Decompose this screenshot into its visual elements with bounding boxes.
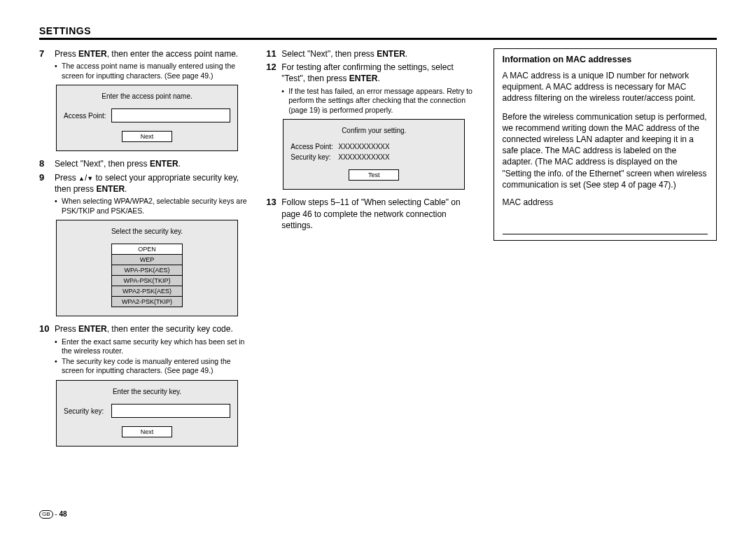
text: Select "Next", then press: [55, 159, 150, 169]
text: .: [125, 184, 127, 194]
step-number: 10: [39, 323, 55, 335]
screen-security-key-select: Select the security key. OPEN WEP WPA-PS…: [56, 220, 238, 316]
page-footer: GB - 48: [39, 510, 67, 519]
note-item: Enter the exact same security key which …: [55, 337, 252, 356]
option-wep[interactable]: WEP: [111, 254, 183, 265]
screen-title: Select the security key.: [64, 227, 230, 235]
step-number: 12: [266, 62, 281, 84]
step-10-notes: Enter the exact same security key which …: [55, 337, 252, 377]
step-13: 13 Follow steps 5–11 of "When selecting …: [266, 197, 479, 231]
text: .: [405, 49, 407, 59]
enter-keyword: ENTER: [96, 184, 125, 194]
text: .: [378, 73, 380, 83]
up-arrow-icon: [78, 173, 85, 183]
text: .: [178, 159, 181, 169]
security-key-input[interactable]: [111, 404, 230, 418]
infobox-paragraph: Before the wireless communication setup …: [503, 111, 708, 190]
access-point-input[interactable]: [111, 108, 230, 122]
infobox-title: Information on MAC addresses: [503, 55, 708, 64]
step-text: Press ENTER, then enter the security key…: [55, 323, 252, 335]
next-button[interactable]: Next: [122, 131, 172, 142]
text: Press: [55, 324, 78, 334]
screen-title: Enter the access point name.: [64, 92, 230, 100]
step-text: Press / to select your appropriate secur…: [55, 172, 252, 195]
text: Press: [55, 49, 78, 59]
access-point-value: XXXXXXXXXXX: [338, 143, 457, 150]
text: Select "Next", then press: [281, 49, 377, 59]
access-point-label: Access Point:: [64, 112, 111, 120]
security-key-label: Security key:: [64, 407, 111, 415]
step-7: 7 Press ENTER, then enter the access poi…: [39, 48, 252, 59]
step-7-notes: The access point name is manually entere…: [55, 62, 252, 80]
step-9-notes: When selecting WPA/WPA2, selectable secu…: [55, 197, 252, 216]
mac-address-infobox: Information on MAC addresses A MAC addre…: [493, 48, 717, 241]
step-number: 7: [39, 48, 55, 59]
page-number: 48: [59, 510, 66, 518]
text: , then enter the access point name.: [107, 49, 238, 59]
step-text: Press ENTER, then enter the access point…: [55, 48, 252, 59]
next-button[interactable]: Next: [122, 426, 172, 437]
step-text: For testing after confirming the setting…: [281, 62, 479, 84]
option-wpa2-psk-tkip[interactable]: WPA2-PSK(TKIP): [111, 296, 183, 307]
mac-address-write-line: [503, 234, 708, 234]
step-9: 9 Press / to select your appropriate sec…: [39, 172, 252, 195]
option-wpa-psk-tkip[interactable]: WPA-PSK(TKIP): [111, 275, 183, 286]
infobox-paragraph: A MAC address is a unique ID number for …: [503, 70, 708, 104]
enter-keyword: ENTER: [349, 73, 378, 83]
note-item: If the test has failed, an error message…: [281, 87, 479, 115]
screen-title: Enter the security key.: [64, 388, 230, 395]
screen-access-point-name: Enter the access point name. Access Poin…: [56, 85, 238, 151]
step-number: 8: [39, 158, 55, 169]
step-number: 9: [39, 172, 55, 195]
note-item: When selecting WPA/WPA2, selectable secu…: [55, 197, 252, 216]
text: Press: [55, 173, 78, 183]
step-text: Select "Next", then press ENTER.: [281, 48, 479, 59]
screen-title: Confirm your setting.: [290, 127, 457, 134]
note-item: The security key code is manually entere…: [55, 357, 252, 376]
step-12-notes: If the test has failed, an error message…: [281, 87, 479, 115]
step-8: 8 Select "Next", then press ENTER.: [39, 158, 252, 169]
enter-keyword: ENTER: [78, 49, 107, 59]
step-number: 11: [266, 48, 281, 59]
enter-keyword: ENTER: [377, 49, 405, 59]
enter-keyword: ENTER: [150, 159, 178, 169]
column-2: 11 Select "Next", then press ENTER. 12 F…: [266, 48, 479, 454]
mac-address-label: MAC address: [503, 197, 708, 207]
enter-keyword: ENTER: [78, 324, 107, 334]
step-text: Follow steps 5–11 of "When selecting Cab…: [281, 197, 479, 231]
step-10: 10 Press ENTER, then enter the security …: [39, 323, 252, 335]
page-header: SETTINGS: [39, 25, 717, 40]
text: , then enter the security key code.: [107, 324, 233, 334]
option-wpa-psk-aes[interactable]: WPA-PSK(AES): [111, 265, 183, 276]
column-3: Information on MAC addresses A MAC addre…: [493, 48, 717, 454]
region-badge: GB: [39, 510, 53, 519]
step-12: 12 For testing after confirming the sett…: [266, 62, 479, 84]
down-arrow-icon: [87, 173, 93, 183]
step-text: Select "Next", then press ENTER.: [55, 158, 252, 169]
screen-confirm-setting: Confirm your setting. Access Point: XXXX…: [283, 119, 465, 190]
test-button[interactable]: Test: [349, 169, 399, 181]
access-point-label: Access Point:: [290, 143, 338, 150]
column-1: 7 Press ENTER, then enter the access poi…: [39, 48, 252, 454]
security-key-label: Security key:: [290, 153, 338, 161]
step-11: 11 Select "Next", then press ENTER.: [266, 48, 479, 59]
screen-security-key-enter: Enter the security key. Security key: Ne…: [56, 380, 238, 447]
note-item: The access point name is manually entere…: [55, 62, 252, 80]
option-open[interactable]: OPEN: [111, 244, 183, 255]
option-wpa2-psk-aes[interactable]: WPA2-PSK(AES): [111, 286, 183, 297]
step-number: 13: [266, 197, 281, 231]
security-key-value: XXXXXXXXXXX: [338, 153, 457, 161]
